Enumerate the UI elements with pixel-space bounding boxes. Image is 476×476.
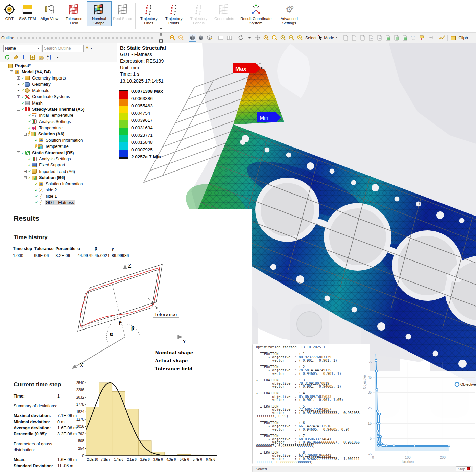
legend-band <box>119 135 128 143</box>
expand-icon[interactable]: + <box>24 170 27 173</box>
tree-item-temperature[interactable]: Temperature <box>1 143 117 150</box>
tree-item-temperature[interactable]: ✓Temperature <box>1 125 117 131</box>
svg-text:5.0E-6: 5.0E-6 <box>180 458 189 461</box>
gears-icon: ⚙ ⚙ <box>282 2 296 17</box>
collapse-icon[interactable]: − <box>24 176 27 179</box>
viewport-grid-icon[interactable] <box>217 34 225 42</box>
name-filter-select[interactable]: Name ▼ <box>3 45 41 52</box>
mesh-filter-body-icon[interactable] <box>401 34 409 42</box>
panel-caret-icon[interactable] <box>158 26 164 32</box>
result-header-line: GDT - Flatness <box>120 51 166 58</box>
tree-item-materials[interactable]: +✓Materials <box>1 88 117 94</box>
sort-arrows-icon[interactable] <box>21 54 27 60</box>
select-cursor-icon[interactable] <box>317 34 323 42</box>
trajectory-points-button[interactable]: Trajectory Points <box>161 1 186 26</box>
clipboard-icon[interactable] <box>449 34 457 42</box>
zoom-box-icon[interactable] <box>262 34 270 42</box>
clipboard-label[interactable]: Clipb <box>458 36 468 40</box>
align-view-button[interactable]: Align View <box>39 1 60 22</box>
zoom-previous-icon[interactable] <box>288 34 295 42</box>
zoom-out-icon[interactable] <box>177 34 185 42</box>
tree-item-model-a4-b4[interactable]: −Model (A4, B4) <box>1 69 117 75</box>
pin-icon[interactable] <box>158 32 164 38</box>
tree-item-steady-state-thermal-a5[interactable]: −✓Steady-State Thermal (A5) <box>1 106 117 112</box>
volume-filter-icon[interactable] <box>376 34 383 42</box>
optimization-log-panel[interactable]: Optimization started. 13.10.2025 1 - ITE… <box>252 344 370 464</box>
tree-item-label: Temperature <box>38 126 64 130</box>
tree-item-imported-load-a6[interactable]: +✓Imported Load (A6) <box>1 168 117 175</box>
search-input[interactable] <box>42 45 84 52</box>
face-filter-icon[interactable] <box>359 34 366 42</box>
tree-item-geometry-imports[interactable]: +✓Geometry Imports <box>1 75 117 81</box>
probe-tag-icon[interactable] <box>418 34 426 42</box>
chart-trend-icon[interactable] <box>438 34 446 42</box>
tree-item-gdt-flatness[interactable]: ✓✓GDT - Flatness <box>1 200 117 206</box>
tree-item-geometry[interactable]: +✓Geometry <box>1 81 117 87</box>
trajectory-lines-button[interactable]: Trajectory Lines <box>136 1 161 26</box>
collapse-icon[interactable]: − <box>17 108 20 111</box>
expand-icon[interactable]: + <box>17 95 20 98</box>
mesh-filter-face-icon[interactable] <box>392 34 400 42</box>
collapse-icon[interactable]: − <box>10 70 13 73</box>
stop-button[interactable]: Stop <box>456 466 471 471</box>
zoom-fit-icon[interactable] <box>271 34 279 42</box>
body-filter-icon[interactable] <box>367 34 375 42</box>
zoom-next-icon[interactable] <box>296 34 304 42</box>
svg-text:2286: 2286 <box>76 388 85 392</box>
check-icon: ✓ <box>28 176 31 180</box>
vertex-filter-icon[interactable] <box>342 34 350 42</box>
tree-item-analysis-settings[interactable]: ✓Analysis Settings <box>1 156 117 162</box>
tree-item-label: Materials <box>31 88 50 93</box>
tree-item-initial-temperature[interactable]: ✓T=0Initial Temperature <box>1 112 117 118</box>
az-sort-icon[interactable]: Az <box>46 54 52 60</box>
xyz-triad-icon[interactable]: X,Y,Z <box>409 34 417 42</box>
tree-item-side-1[interactable]: ✓✓side 1 <box>1 193 117 199</box>
mesh-filter-node-icon[interactable] <box>384 34 392 42</box>
svs-fem-button[interactable]: SVS FEM <box>18 1 37 22</box>
tree-item-coordinate-systems[interactable]: +✓Coordinate Systems <box>1 94 117 100</box>
tree-item-analysis-settings[interactable]: ✓Analysis Settings <box>1 119 117 125</box>
sketch-view-icon[interactable] <box>206 34 213 42</box>
result-coordinate-system-button[interactable]: Result Coordinate System <box>237 1 275 26</box>
tree-item-static-structural-b5[interactable]: −✓Static Structural (B5) <box>1 150 117 156</box>
expand-all-icon[interactable] <box>29 54 35 60</box>
expand-icon[interactable]: + <box>17 83 20 86</box>
caret-small-icon[interactable] <box>55 54 61 60</box>
tree-item-project[interactable]: Project* <box>1 63 117 69</box>
tree-item-solution-b6[interactable]: −✓Solution (B6) <box>1 175 117 181</box>
expand-icon[interactable]: + <box>17 76 20 80</box>
eraser-icon[interactable] <box>13 54 19 60</box>
show-folder-icon[interactable] <box>38 54 44 60</box>
tree-item-solution-information[interactable]: ✓Solution Information <box>1 181 117 187</box>
tree-item-fixed-support[interactable]: ✓Fixed Support <box>1 162 117 168</box>
iso-view-icon[interactable] <box>189 34 196 42</box>
mode-caret-icon[interactable] <box>335 34 338 42</box>
advanced-settings-button[interactable]: ⚙ ⚙Advanced Settings <box>277 1 302 26</box>
rotate-icon[interactable] <box>237 34 245 42</box>
shaded-view-icon[interactable] <box>197 34 205 42</box>
viewport-split-icon[interactable] <box>225 34 233 42</box>
expand-icon[interactable]: + <box>17 89 20 92</box>
check-icon: ✓ <box>21 88 24 93</box>
ribbon-separator <box>61 3 61 29</box>
tree-item-solution-a6[interactable]: −Solution (A6) <box>1 131 117 137</box>
refresh-icon[interactable] <box>4 54 10 60</box>
collapse-icon[interactable]: − <box>24 133 27 136</box>
pan-icon[interactable] <box>254 34 262 42</box>
chevron-down-icon[interactable]: ▼ <box>90 47 92 50</box>
label-tag-icon[interactable]: Abc <box>426 34 434 42</box>
edge-filter-icon[interactable] <box>350 34 358 42</box>
zoom-in-icon[interactable] <box>169 34 176 42</box>
collapse-icon[interactable]: − <box>17 151 20 154</box>
tolerance-field-button[interactable]: Tolerance Field <box>62 1 87 26</box>
caret-icon[interactable] <box>245 34 253 42</box>
zoom-area-icon[interactable] <box>279 34 287 42</box>
tree-item-side-2[interactable]: ✓✓side 2 <box>1 187 117 193</box>
collapse-icon[interactable]: ^ <box>86 46 88 51</box>
gdt-button[interactable]: GDT <box>1 1 18 22</box>
tree-item-mesh[interactable]: ✓Mesh <box>1 100 117 106</box>
nominal-shape-button[interactable]: Nominal Shape <box>87 1 112 26</box>
tree-item-solution-information[interactable]: ✓Solution Information <box>1 137 117 143</box>
mode-label[interactable]: Mode <box>324 36 334 40</box>
select-label[interactable]: Select <box>305 36 316 40</box>
